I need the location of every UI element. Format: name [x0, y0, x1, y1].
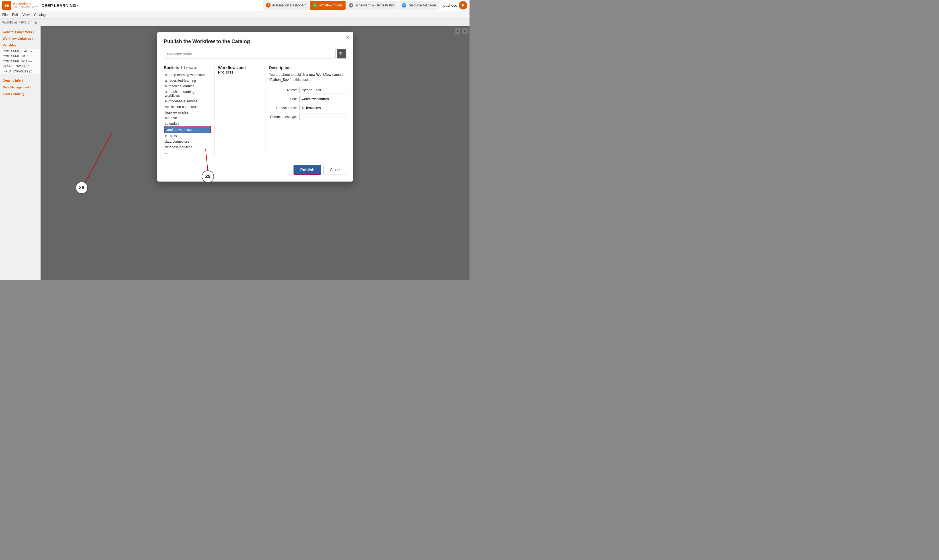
tab-scheduling[interactable]: S Scheduling & Orchestration — [346, 1, 399, 10]
sidebar-var-container-plat: CONTAINER_PLAT do... — [0, 49, 40, 54]
bucket-item[interactable]: ... — [164, 150, 211, 155]
bucket-list: ai-deep-learning-workflows ai-federated-… — [164, 72, 211, 155]
bucket-item[interactable]: ai-machine-learning-workflows — [164, 89, 211, 98]
generic-info-icon[interactable]: ℹ — [22, 79, 23, 82]
sidebar-var-container-imac: CONTAINER_IMAC — [0, 54, 40, 59]
form-row-kind: Kind: — [269, 96, 346, 102]
logo-icon: ee — [2, 1, 11, 10]
main-layout: General Parameters ℹ Workflow Variables … — [0, 26, 469, 280]
sidebar-general-params[interactable]: General Parameters ℹ — [0, 29, 40, 35]
sidebar-var-input-variables: INPUT_VARIABLES {'0 — [0, 69, 40, 74]
dialog-footer: Publish Close — [164, 161, 346, 175]
resource-icon: R — [402, 3, 406, 8]
form-row-project: Project name: — [269, 105, 346, 111]
sidebar-var-container-gpu: CONTAINER_GPU Tru — [0, 59, 40, 64]
buckets-header: Buckets Show all — [164, 65, 211, 70]
bucket-item[interactable]: application-connectors — [164, 104, 211, 110]
bucket-item[interactable]: calendars — [164, 121, 211, 126]
user-name: pacheco — [443, 3, 457, 8]
form-row-name: Name: — [269, 87, 346, 94]
bucket-item[interactable]: ai-machine-learning — [164, 83, 211, 89]
project-input[interactable] — [299, 105, 346, 111]
dialog-columns: Buckets Show all ai-deep-learning-workfl… — [164, 63, 346, 155]
breadcrumb-sep: / — [19, 20, 20, 24]
bucket-item-selected[interactable]: caroline-workflows — [164, 126, 211, 133]
breadcrumb: Workflows / Python_Ta... — [0, 18, 469, 26]
error-handling-info-icon[interactable]: ℹ — [25, 92, 26, 96]
menu-view[interactable]: View — [22, 13, 30, 17]
description-header: Description — [269, 65, 346, 70]
user-area[interactable]: pacheco P — [443, 1, 467, 9]
tab-resource-manager[interactable]: R Resource Manager — [399, 1, 439, 10]
publish-dialog: × Publish the Workflow to the Catalog 🔍 … — [157, 32, 353, 182]
col-description: Description You are about to publish a n… — [266, 65, 346, 155]
workflow-icon: W — [312, 3, 317, 8]
sidebar-error-handling[interactable]: Error Handling ℹ — [0, 91, 40, 97]
name-label: Name: — [269, 88, 297, 92]
form-row-commit: Commit message: — [269, 114, 346, 120]
sidebar-workflow-vars[interactable]: Workflow Variables ℹ — [0, 35, 40, 42]
col-buckets: Buckets Show all ai-deep-learning-workfl… — [164, 65, 215, 155]
general-params-info-icon[interactable]: ℹ — [33, 31, 34, 34]
scheduling-icon: S — [349, 3, 353, 8]
col-workflows: Workflows and Projects — [215, 65, 266, 155]
logo-area[interactable]: ee ActiveEon SCALE BEYOND LIMITS — [2, 1, 38, 10]
description-text: You are about to publish a new Workflow … — [269, 72, 346, 82]
menu-edit[interactable]: Edit — [12, 13, 18, 17]
nav-tabs: A Automation Dashboard W Workflow Studio… — [263, 1, 439, 10]
bucket-item[interactable]: basic-examples — [164, 110, 211, 115]
sidebar-variables[interactable]: Variables ℹ — [0, 42, 40, 49]
svg-line-0 — [82, 132, 112, 189]
bucket-item[interactable]: database-services — [164, 144, 211, 150]
bucket-item[interactable]: ai-model-as-a-service — [164, 98, 211, 104]
dialog-close-button[interactable]: × — [346, 35, 349, 40]
breadcrumb-part2[interactable]: Python_Ta... — [21, 20, 40, 24]
bucket-item[interactable]: ai-deep-learning-workflows — [164, 72, 211, 78]
bucket-item[interactable]: controls — [164, 133, 211, 139]
kind-label: Kind: — [269, 97, 297, 101]
commit-label: Commit message: — [269, 115, 297, 119]
bucket-item[interactable]: data-connectors — [164, 139, 211, 144]
bucket-item[interactable]: big-data — [164, 115, 211, 121]
show-all-label[interactable]: Show all — [181, 66, 197, 69]
close-dialog-button[interactable]: Close — [323, 165, 346, 175]
left-sidebar: General Parameters ℹ Workflow Variables … — [0, 26, 40, 280]
tab-automation-dashboard[interactable]: A Automation Dashboard — [263, 1, 309, 10]
app-title: DEEP LEARNING — [42, 3, 76, 8]
top-nav: ee ActiveEon SCALE BEYOND LIMITS DEEP LE… — [0, 0, 469, 11]
kind-input[interactable] — [299, 96, 346, 102]
breadcrumb-part1[interactable]: Workflows — [2, 20, 18, 24]
dialog-overlay: × Publish the Workflow to the Catalog 🔍 … — [40, 26, 469, 280]
data-mgmt-info-icon[interactable]: ℹ — [30, 86, 31, 89]
menu-catalog[interactable]: Catalog — [34, 13, 46, 17]
variables-info-icon[interactable]: ℹ — [17, 44, 18, 47]
sidebar-var-search-space: SEARCH_SPACE {'0 — [0, 64, 40, 69]
dropdown-arrow-icon[interactable]: ▾ — [77, 4, 79, 7]
commit-input[interactable] — [299, 114, 346, 120]
workflow-vars-info-icon[interactable]: ℹ — [32, 37, 33, 40]
dialog-search-row: 🔍 — [164, 49, 346, 58]
dialog-title: Publish the Workflow to the Catalog — [164, 38, 346, 45]
project-label: Project name: — [269, 106, 297, 110]
tab-workflow-studio[interactable]: W Workflow Studio — [310, 1, 345, 10]
canvas-area: + × Py Python_Task × Publish the Workflo… — [40, 26, 469, 280]
menu-file[interactable]: File — [2, 13, 8, 17]
logo-text: ActiveEon SCALE BEYOND LIMITS — [13, 2, 38, 8]
menu-bar: File Edit View Catalog — [0, 11, 469, 18]
name-input[interactable] — [299, 87, 346, 94]
sidebar-generic-info[interactable]: Generic Info ℹ — [0, 77, 40, 84]
search-button[interactable]: 🔍 — [337, 49, 346, 58]
sidebar-data-management[interactable]: Data Management ℹ — [0, 84, 40, 91]
annotation-28: 28 — [75, 182, 88, 194]
publish-button[interactable]: Publish — [294, 165, 321, 175]
bucket-item[interactable]: ai-federated-learning — [164, 78, 211, 83]
show-all-checkbox[interactable] — [181, 66, 185, 69]
workflow-search-input[interactable] — [164, 49, 336, 58]
user-avatar: P — [459, 1, 467, 9]
automation-icon: A — [266, 3, 271, 8]
workflows-header: Workflows and Projects — [218, 65, 262, 74]
form-fields: Name: Kind: Project name: — [269, 87, 346, 120]
